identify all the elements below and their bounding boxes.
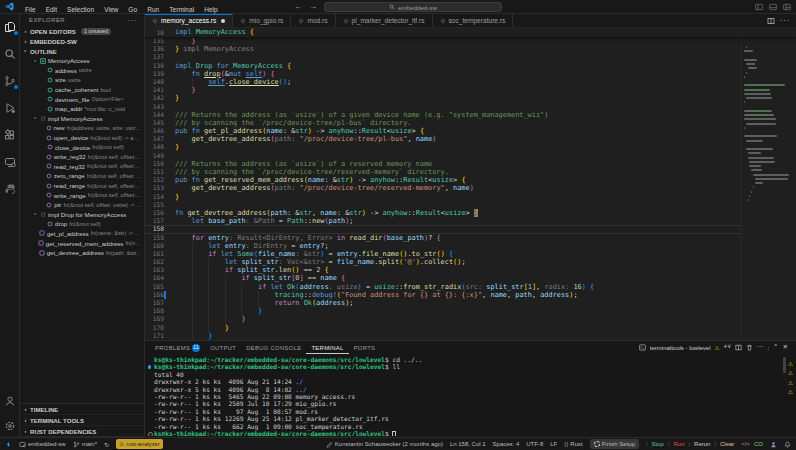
panel-tab-output[interactable]: OUTPUT <box>205 341 241 354</box>
outline-item-get_pl_address[interactable]: get_pl_addressfn(name: &str) -> anyho… <box>20 229 144 239</box>
split-terminal-icon[interactable] <box>735 344 742 351</box>
git-blame-info[interactable]: Konstantin Schauwecker (2 months ago) <box>326 441 443 448</box>
outline-item-devmem_file[interactable]: devmem_fileOption<File> <box>20 94 144 104</box>
code-token: split <box>378 258 399 266</box>
command-center-search[interactable]: embedded-sw <box>324 2 502 12</box>
section-terminal-tools[interactable]: › TERMINAL TOOLS <box>20 415 144 426</box>
more-actions-icon[interactable]: ··· <box>757 344 764 351</box>
close-panel-icon[interactable]: ✕ <box>783 344 788 351</box>
action-stop[interactable]: Stop <box>652 441 664 447</box>
split-editor-icon[interactable] <box>767 17 775 25</box>
terminal-scrollbar[interactable] <box>783 357 786 373</box>
outline-item-impl Drop for MemoryAccess[interactable]: ›{}impl Drop for MemoryAccess <box>20 210 144 220</box>
code-token: address <box>316 299 345 307</box>
outline-item-ptr[interactable]: ptrfn(&mut self, offset: usize) -> *mut … <box>20 200 144 210</box>
encoding-indicator[interactable]: UTF-8 <box>526 441 543 447</box>
toggle-sidebar-icon[interactable] <box>755 3 763 11</box>
rust-analyzer-warning[interactable]: ⚠ rust-analyzer <box>116 439 163 449</box>
maximize-panel-icon[interactable]: ⌃ <box>773 344 778 351</box>
menu-edit[interactable]: Edit <box>41 6 62 13</box>
activity-run-debug[interactable] <box>3 101 17 115</box>
customize-layout-icon[interactable] <box>783 3 791 11</box>
activity-extensions[interactable] <box>3 128 17 142</box>
cursor-position-indicator[interactable]: Ln 158, Col 1 <box>450 441 486 447</box>
tool-co[interactable]: CO <box>754 441 763 447</box>
git-branch-indicator[interactable]: main* <box>73 441 97 448</box>
outline-item-new[interactable]: newfn(address: usize, size: usize, cache… <box>20 123 144 133</box>
section-rust-dependencies[interactable]: › RUST DEPENDENCIES <box>20 426 144 437</box>
section-timeline[interactable]: › TIMELINE <box>20 404 144 415</box>
outline-item-write_reg32[interactable]: write_reg32fn(&mut self, offset: usize, … <box>20 152 144 162</box>
menu-file[interactable]: File <box>20 6 41 13</box>
tab-pl_marker_detector_itf.rs[interactable]: pl_marker_detector_itf.rs <box>336 14 433 27</box>
nav-forward-icon[interactable]: → <box>309 3 317 11</box>
tool-code[interactable]: </> <box>741 441 750 447</box>
menu-terminal[interactable]: Terminal <box>164 6 199 13</box>
menu-view[interactable]: View <box>99 6 123 13</box>
tab-mod.rs[interactable]: mod.rs <box>291 14 335 27</box>
section-outline[interactable]: › OUTLINE <box>20 46 144 56</box>
eol-indicator[interactable]: LF <box>550 441 557 447</box>
remote-indicator[interactable] <box>5 441 12 448</box>
activity-python[interactable] <box>3 182 17 196</box>
action-clear[interactable]: Clear <box>720 441 734 447</box>
indentation-indicator[interactable]: Spaces: 4 <box>493 441 520 447</box>
nav-back-icon[interactable]: ← <box>294 3 302 11</box>
outline-item-read_range[interactable]: read_rangefn(&mut self, offset: usize, … <box>20 181 144 191</box>
outline-item-get_reserved_mem_address[interactable]: get_reserved_mem_addressfn(name: … <box>20 238 144 248</box>
panel-tab-terminal[interactable]: TERMINAL <box>306 341 348 354</box>
toggle-panel-icon[interactable] <box>769 3 777 11</box>
workspace-indicator[interactable]: embedded-sw <box>19 441 66 448</box>
more-actions-icon[interactable]: ··· <box>780 17 790 24</box>
action-rerun[interactable]: Rerun <box>694 441 710 447</box>
outline-item-cache_coherent[interactable]: cache_coherentbool <box>20 85 144 95</box>
panel-tab-ports[interactable]: PORTS <box>349 341 381 354</box>
minimap[interactable] <box>742 28 796 340</box>
outline-item-drop[interactable]: dropfn(&mut self) <box>20 219 144 229</box>
tab-mio_gpio.rs[interactable]: mio_gpio.rs <box>233 14 291 27</box>
menu-run[interactable]: Run <box>142 6 164 13</box>
activity-source-control[interactable] <box>3 74 17 88</box>
section-workspace-folder[interactable]: › EMBEDDED-SW <box>20 36 144 46</box>
outline-item-size[interactable]: sizeusize <box>20 75 144 85</box>
language-indicator[interactable]: {} Rust <box>564 441 582 447</box>
menu-go[interactable]: Go <box>123 6 142 13</box>
activity-explorer[interactable] <box>3 20 17 34</box>
copilot-account-indicator[interactable] <box>770 441 777 448</box>
notifications-button[interactable] <box>784 441 791 448</box>
outline-item-get_devtree_address[interactable]: get_devtree_addressfn(path: &str, nam… <box>20 248 144 258</box>
terminal-output[interactable]: ks@ks-thinkpad:~/tracker/embedded-sw/cor… <box>148 356 780 436</box>
outline-item-read_reg32[interactable]: read_reg32fn(&mut self, offset: usize) -… <box>20 162 144 172</box>
outline-item-MemoryAccess[interactable]: ›MemoryAccess <box>20 56 144 66</box>
action-run[interactable]: Run <box>673 441 684 447</box>
new-terminal-icon[interactable]: +˅ <box>723 344 731 351</box>
panel-tab-problems[interactable]: PROBLEMS11 <box>150 341 205 354</box>
titlebar-layout-controls <box>755 3 791 11</box>
panel-tab-debug-console[interactable]: DEBUG CONSOLE <box>241 341 306 354</box>
activity-remote-explorer[interactable] <box>3 155 17 169</box>
section-open-editors[interactable]: › OPEN EDITORS 1 unsaved <box>20 26 144 36</box>
finish-setup-button[interactable]: Finish Setup <box>590 439 639 449</box>
menu-selection[interactable]: Selection <box>62 6 99 13</box>
outline-item-impl MemoryAccess[interactable]: ›{}impl MemoryAccess <box>20 114 144 124</box>
menu-help[interactable]: Help <box>199 6 223 13</box>
code-token <box>175 258 225 266</box>
sync-button[interactable]: ↻ <box>104 441 109 448</box>
sticky-scroll-line[interactable]: 10impl MemoryAccess { <box>145 28 796 37</box>
activity-search[interactable] <box>3 47 17 61</box>
outline-item-zero_range[interactable]: zero_rangefn(&mut self, offset: usize, s… <box>20 171 144 181</box>
settings-button[interactable] <box>3 419 17 433</box>
code-editor[interactable]: 135 }136} impl MemoryAccess137138impl Dr… <box>145 37 796 340</box>
outline-item-close_device[interactable]: close_devicefn(&mut self) <box>20 142 144 152</box>
outline-item-map_addr[interactable]: map_addr*mut libc::c_void <box>20 104 144 114</box>
sidebar-more-icon[interactable]: ··· <box>127 17 137 24</box>
outline-item-write_range[interactable]: write_rangefn(&mut self, offset: usize, … <box>20 190 144 200</box>
outline-item-address[interactable]: addressusize <box>20 66 144 76</box>
terminal-session-label[interactable]: terminaltools - lowlevel <box>650 345 711 351</box>
tab-memory_access.rs[interactable]: memory_access.rs <box>145 14 233 27</box>
tab-soc_temperature.rs[interactable]: soc_temperature.rs <box>433 14 514 27</box>
code-token: to_str <box>412 250 437 258</box>
outline-item-open_device[interactable]: open_devicefn(&mut self) -> anyhow::… <box>20 133 144 143</box>
kill-terminal-icon[interactable] <box>746 344 753 351</box>
account-button[interactable] <box>3 394 17 408</box>
